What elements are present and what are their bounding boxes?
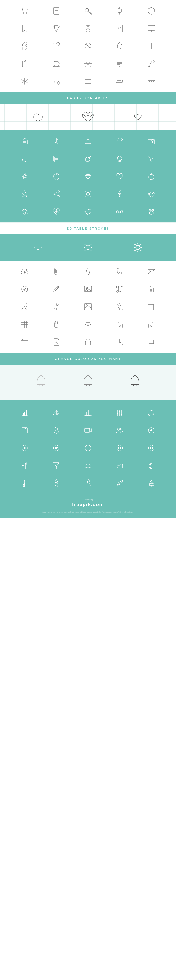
icon-star (9, 185, 40, 203)
svg-line-123 (90, 196, 90, 196)
svg-rect-262 (121, 414, 122, 415)
icon-monitor-list (104, 55, 136, 72)
svg-rect-89 (148, 140, 155, 144)
svg-point-133 (151, 209, 152, 210)
change-color-header: CHANGE COLOR AS YOU WANT (0, 353, 176, 364)
icon-share-upload (72, 333, 104, 351)
icon-link (9, 37, 40, 55)
icon-camera (136, 132, 167, 150)
svg-rect-28 (56, 42, 60, 46)
icon-pen-nib (72, 315, 104, 333)
svg-point-62 (57, 82, 60, 84)
svg-point-286 (85, 445, 91, 451)
icon-equalizer (104, 404, 136, 422)
icon-thermometer (40, 132, 72, 150)
svg-point-117 (86, 192, 90, 196)
icon-binoculars (9, 263, 40, 280)
icon-badge (104, 20, 136, 37)
editable-strokes-label: EDITABLE STROKES (66, 227, 109, 230)
icon-microphone (40, 422, 72, 439)
svg-rect-64 (85, 80, 91, 83)
svg-line-8 (90, 13, 91, 13)
svg-point-230 (22, 339, 22, 340)
svg-point-179 (116, 290, 118, 293)
powered-by: Powered by (2, 498, 174, 501)
icon-bell-light (18, 373, 64, 391)
icon-clipboard (9, 55, 40, 72)
svg-line-141 (40, 250, 42, 251)
svg-point-144 (86, 245, 90, 250)
svg-rect-23 (148, 25, 155, 30)
svg-point-91 (153, 140, 154, 141)
svg-point-135 (36, 245, 40, 250)
icon-key (72, 2, 104, 20)
svg-line-29 (54, 43, 54, 44)
svg-rect-223 (117, 324, 122, 328)
legal-text: You are free to use this for any purpose… (0, 510, 176, 517)
icon-map (72, 263, 104, 280)
svg-line-170 (148, 272, 150, 274)
svg-line-181 (118, 291, 123, 292)
svg-line-207 (122, 304, 122, 305)
svg-line-158 (134, 244, 136, 245)
icon-medal (72, 20, 104, 37)
svg-point-200 (118, 305, 121, 308)
svg-line-33 (86, 44, 90, 48)
svg-marker-294 (150, 447, 151, 449)
icon-sun-thick (113, 239, 163, 256)
svg-rect-261 (119, 411, 120, 412)
freepik-logo: freepik.com (2, 502, 174, 508)
svg-point-311 (56, 480, 57, 481)
icon-sun-medium (63, 239, 113, 256)
icon-person-run (72, 474, 104, 492)
svg-rect-285 (54, 449, 57, 449)
svg-rect-284 (54, 447, 58, 448)
icon-sun-thin (13, 239, 63, 256)
icon-gender-female (104, 150, 136, 167)
svg-line-79 (88, 115, 90, 116)
icon-mail (136, 263, 167, 280)
footer-icons-row3 (9, 439, 167, 457)
svg-rect-255 (89, 410, 90, 416)
svg-point-0 (23, 13, 24, 13)
icon-record (136, 422, 167, 439)
svg-marker-103 (85, 173, 91, 179)
svg-point-232 (55, 341, 57, 343)
svg-line-150 (90, 250, 91, 251)
icon-bookmark (9, 20, 40, 37)
icon-gender-male (72, 150, 104, 167)
icon-bar-chart (72, 404, 104, 422)
icon-apple (40, 167, 72, 185)
icon-video-camera (72, 422, 104, 439)
svg-rect-198 (85, 304, 91, 310)
svg-line-168 (89, 269, 90, 275)
icon-hand-pointer (9, 150, 40, 167)
svg-line-267 (150, 410, 154, 411)
svg-line-142 (40, 244, 42, 245)
icon-file-photo (40, 333, 72, 351)
svg-line-194 (54, 305, 55, 305)
icon-files (40, 150, 72, 167)
svg-line-30 (53, 45, 53, 45)
icon-dots (136, 72, 167, 90)
icon-trash (136, 280, 167, 298)
icon-music (136, 404, 167, 422)
icon-dove (72, 203, 104, 220)
svg-rect-254 (87, 411, 88, 416)
svg-point-269 (23, 431, 24, 432)
icon-rewind (136, 439, 167, 457)
svg-line-96 (89, 156, 91, 158)
icon-heart-outline (104, 167, 136, 185)
icon-hammer (136, 55, 167, 72)
icon-download (104, 333, 136, 351)
svg-rect-176 (85, 286, 91, 291)
svg-line-9 (91, 13, 91, 14)
svg-line-196 (58, 305, 59, 305)
footer-icons-row4 (9, 457, 167, 474)
svg-point-112 (58, 191, 60, 192)
icon-monitor (136, 20, 167, 37)
svg-line-205 (117, 304, 118, 305)
icon-shirt (104, 132, 136, 150)
svg-line-151 (90, 244, 91, 245)
svg-line-314 (87, 482, 90, 482)
